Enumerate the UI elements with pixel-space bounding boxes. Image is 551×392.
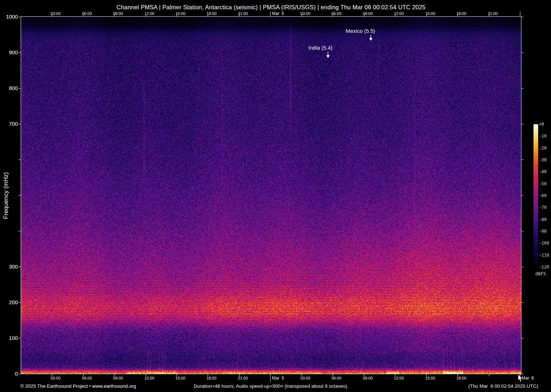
- y-tick-label: 800: [0, 85, 18, 91]
- y-axis-tick: [521, 88, 524, 89]
- colorbar-tick-label: -30: [539, 157, 547, 163]
- y-axis-tick: [521, 195, 524, 196]
- y-axis-tick: [19, 88, 21, 89]
- x-tick-label: Mar 6: [522, 376, 534, 381]
- colorbar-tick-label: -20: [539, 145, 547, 151]
- x-tick-label: 15:00: [425, 11, 435, 16]
- x-tick-label: 21:00: [238, 11, 248, 16]
- y-axis-tick: [19, 231, 21, 231]
- y-tick-label: 200: [0, 299, 18, 306]
- y-axis-tick: [521, 231, 524, 231]
- x-tick-label: 15:00: [176, 376, 186, 381]
- x-tick-label: 09:00: [363, 376, 373, 381]
- colorbar-tick-label: -70: [539, 205, 547, 210]
- annotation-india: India (5.4): [292, 45, 349, 51]
- x-tick-label: 06:00: [82, 11, 92, 16]
- colorbar-tick-label: +0: [539, 121, 544, 127]
- y-axis-tick: [19, 302, 21, 303]
- colorbar-tick-label: -80: [539, 217, 547, 222]
- x-tick-label: 03:00: [51, 11, 61, 16]
- plot-frame: [21, 16, 521, 374]
- y-tick-label: 0: [0, 371, 18, 377]
- y-axis-tick: [19, 124, 21, 124]
- x-tick-label: Mar 5: [272, 11, 284, 16]
- y-axis-tick: [19, 160, 21, 160]
- y-tick-label: 900: [0, 49, 18, 56]
- colorbar-unit-label: dBFS: [533, 271, 549, 276]
- x-tick-label: 12:00: [394, 376, 404, 381]
- colorbar-tick-label: -110: [539, 252, 549, 258]
- x-tick-label: 12:00: [145, 376, 155, 381]
- colorbar-tick-label: -100: [539, 240, 549, 246]
- y-axis-tick: [521, 124, 524, 124]
- spectrogram-page: Channel PMSA | Palmer Station, Antarctic…: [0, 0, 551, 392]
- x-tick-label: 18:00: [456, 376, 466, 381]
- y-axis-tick: [521, 52, 524, 53]
- x-tick-label: 12:00: [145, 11, 155, 16]
- x-tick-label: 12:00: [394, 11, 404, 16]
- x-tick-label: 21:00: [238, 376, 248, 381]
- y-axis-tick: [521, 302, 524, 303]
- footer-timestamp: (Thu Mar 6 00:02:54 2025 UTC): [468, 383, 538, 389]
- y-axis-tick: [521, 374, 524, 374]
- x-tick-label: 15:00: [176, 11, 186, 16]
- y-axis-tick: [19, 267, 21, 267]
- x-tick-label: Mar 5: [272, 376, 284, 381]
- colorbar-tick-label: -60: [539, 193, 547, 198]
- y-axis-tick: [521, 160, 524, 160]
- x-tick-label: 06:00: [332, 376, 342, 381]
- y-axis-title: Frequency (mHz): [2, 142, 11, 249]
- y-axis-tick: [521, 267, 524, 267]
- x-axis-bottom-tick: [270, 374, 271, 382]
- y-axis-tick: [521, 17, 524, 17]
- down-arrow-icon: [369, 35, 373, 41]
- mouse-cursor-icon: [518, 375, 524, 382]
- y-tick-label: 1000: [0, 14, 18, 20]
- y-tick-label: 100: [0, 335, 18, 341]
- y-axis-tick: [19, 195, 21, 196]
- y-axis-tick: [521, 338, 524, 338]
- colorbar-tick-label: -90: [539, 228, 547, 234]
- footer-info: Duration=48 hours. Audio speed-up=500× (…: [21, 383, 521, 389]
- x-tick-label: 09:00: [113, 11, 123, 16]
- x-tick-label: 15:00: [425, 376, 435, 381]
- x-axis-bottom-tick: [489, 374, 489, 376]
- x-tick-label: 06:00: [82, 376, 92, 381]
- colorbar-tick-label: -40: [539, 169, 547, 175]
- x-tick-label: 09:00: [363, 11, 373, 16]
- annotation-mexico: Mexico (5.5): [332, 28, 389, 34]
- x-tick-label: 18:00: [207, 11, 217, 16]
- x-tick-label: 03:00: [300, 11, 310, 16]
- y-axis-tick: [19, 52, 21, 53]
- page-title: Channel PMSA | Palmer Station, Antarctic…: [21, 4, 521, 11]
- x-axis-top-tick: [270, 11, 271, 16]
- x-tick-label: 03:00: [300, 376, 310, 381]
- y-tick-label: 700: [0, 121, 18, 127]
- x-tick-label: 06:00: [332, 11, 342, 16]
- colorbar-tick-label: -50: [539, 181, 547, 187]
- x-tick-label: 09:00: [113, 376, 123, 381]
- y-tick-label: 300: [0, 263, 18, 270]
- colorbar: [534, 124, 538, 267]
- colorbar-tick-label: -120: [539, 264, 549, 270]
- y-axis-tick: [19, 374, 21, 374]
- x-axis-top-tick: [520, 11, 520, 16]
- x-tick-label: 03:00: [51, 376, 61, 381]
- y-axis-tick: [19, 17, 21, 17]
- x-tick-label: 18:00: [456, 11, 466, 16]
- down-arrow-icon: [326, 52, 330, 58]
- x-tick-label: 21:00: [488, 11, 498, 16]
- colorbar-tick-label: -10: [539, 133, 547, 139]
- x-tick-label: 18:00: [207, 376, 217, 381]
- y-axis-tick: [19, 338, 21, 338]
